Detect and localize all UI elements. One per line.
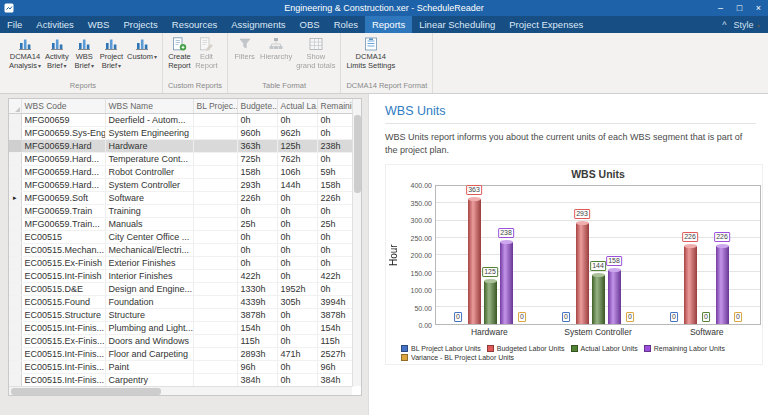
ribbon-button-label: Filters bbox=[234, 53, 254, 62]
ribbon-button-custom[interactable]: Custom▾ bbox=[125, 35, 159, 62]
ribbon-button-filters[interactable]: Filters bbox=[231, 35, 258, 62]
table-vertical-scrollbar[interactable] bbox=[352, 99, 361, 386]
cell: Training bbox=[105, 204, 193, 217]
table-row[interactable]: EC00515.D&EDesign and Engine...1330h1952… bbox=[9, 282, 353, 295]
table-row[interactable]: EC00515.Int-Finis...Paint96h0h96h bbox=[9, 360, 353, 373]
tab-wbs[interactable]: WBS bbox=[81, 16, 117, 33]
ribbon-button-wbs-brief[interactable]: WBSBrief▾ bbox=[71, 35, 98, 70]
column-header-wbs-name[interactable]: WBS Name bbox=[105, 99, 193, 113]
table-horizontal-scrollbar[interactable] bbox=[9, 386, 352, 395]
tab-obs[interactable]: OBS bbox=[293, 16, 327, 33]
column-header-actual-la[interactable]: Actual La... bbox=[277, 99, 317, 113]
table-row[interactable]: MFG00659Deerfield - Autom...0h0h0h bbox=[9, 113, 353, 126]
bar-bl-project-labor-units-system-controller: 0 bbox=[559, 186, 573, 324]
ribbon-button-activity-brief[interactable]: ActivityBrief▾ bbox=[43, 35, 71, 70]
wbs-units-chart: WBS Units Hour 0.0050.00100.00150.00200.… bbox=[385, 164, 763, 365]
table-row[interactable]: MFG00659.Hard...System Controller293h144… bbox=[9, 178, 353, 191]
ribbon-button-show-grand-totals[interactable]: Showgrand totals bbox=[294, 35, 337, 70]
cell bbox=[193, 191, 237, 204]
tab-project-expenses[interactable]: Project Expenses bbox=[502, 16, 590, 33]
maximize-button[interactable]: □ bbox=[730, 0, 749, 16]
table-row[interactable]: EC00515.Int-Finis...Carpentry384h0h384h bbox=[9, 373, 353, 386]
collapse-ribbon-icon[interactable]: ^ bbox=[722, 20, 726, 30]
table-row[interactable]: MFG00659.Hard...Robot Controller158h106h… bbox=[9, 165, 353, 178]
column-header-wbs-code[interactable]: WBS Code bbox=[21, 99, 105, 113]
ribbon-button-hierarchy[interactable]: Hierarchy bbox=[258, 35, 294, 62]
cell: 0h bbox=[277, 256, 317, 269]
table-row[interactable]: EC00515.Ex-Finis...Doors and Windows115h… bbox=[9, 334, 353, 347]
ribbon-button-edit-report[interactable]: EditReport bbox=[193, 35, 220, 70]
tab-roles[interactable]: Roles bbox=[327, 16, 365, 33]
menu-tabs: FileActivitiesWBSProjectsResourcesAssign… bbox=[0, 16, 590, 33]
table-row[interactable]: MFG00659.Hard...Temperature Cont...725h7… bbox=[9, 152, 353, 165]
horizontal-scroll-thumb[interactable] bbox=[11, 388, 161, 395]
table-row[interactable]: EC00515.Int-Finis...Floor and Carpeting2… bbox=[9, 347, 353, 360]
x-axis-label-hardware: Hardware bbox=[435, 327, 544, 337]
bar-remaining-labor-units-system-controller: 158 bbox=[607, 186, 621, 324]
cell: 0h bbox=[317, 113, 353, 126]
ribbon-button-project-brief[interactable]: ProjectBrief▾ bbox=[98, 35, 125, 70]
row-gutter bbox=[9, 165, 21, 178]
close-button[interactable]: × bbox=[749, 0, 768, 16]
style-label: Style bbox=[733, 20, 753, 30]
cell: 0h bbox=[237, 113, 277, 126]
table-row[interactable]: EC00515.Int-Finis...Plumbing and Light..… bbox=[9, 321, 353, 334]
ribbon-button-dcma14-analysis[interactable]: DCMA14Analysis▾ bbox=[7, 35, 43, 70]
table-row[interactable]: EC00515City Center Office ...0h0h0h bbox=[9, 230, 353, 243]
tab-assignments[interactable]: Assignments bbox=[224, 16, 292, 33]
table-row[interactable]: EC00515.Ex-FinishExterior Finishes0h0h0h bbox=[9, 256, 353, 269]
minimize-button[interactable]: – bbox=[711, 0, 730, 16]
column-header-bl-projec[interactable]: BL Projec... bbox=[193, 99, 237, 113]
table-row[interactable]: EC00515.Int-FinishInterior Finishes422h0… bbox=[9, 269, 353, 282]
tab-projects[interactable]: Projects bbox=[116, 16, 164, 33]
cell bbox=[193, 282, 237, 295]
table-row[interactable]: EC00515.FoundFoundation4339h305h3994h bbox=[9, 295, 353, 308]
cell: MFG00659.Hard... bbox=[21, 178, 105, 191]
table-row[interactable]: MFG00659.Train...Manuals25h0h25h bbox=[9, 217, 353, 230]
cell: 3878h bbox=[237, 308, 277, 321]
cell: 106h bbox=[277, 165, 317, 178]
cell: EC00515.Structure bbox=[21, 308, 105, 321]
cell: MFG00659.Soft bbox=[21, 191, 105, 204]
bar-cap bbox=[608, 268, 621, 272]
table-row[interactable]: MFG00659.Sys-EngSystem Engineering960h96… bbox=[9, 126, 353, 139]
tab-reports[interactable]: Reports bbox=[365, 16, 412, 33]
cell: 0h bbox=[277, 373, 317, 386]
chart-title: WBS Units bbox=[435, 168, 761, 180]
bar-actual-labor-units-system-controller: 144 bbox=[591, 186, 605, 324]
bar-shape bbox=[576, 223, 589, 324]
ribbon: DCMA14Analysis▾ActivityBrief▾WBSBrief▾Pr… bbox=[0, 33, 768, 94]
table-row[interactable]: EC00515.Mechan...Mechanical/Electri...0h… bbox=[9, 243, 353, 256]
y-tick-label: 100.00 bbox=[411, 287, 432, 294]
chevron-down-icon: ▾ bbox=[757, 23, 760, 29]
column-header-budgete[interactable]: Budgete... bbox=[237, 99, 277, 113]
bar-actual-labor-units-hardware: 125 bbox=[483, 186, 497, 324]
table-row[interactable]: MFG00659.TrainTraining0h0h0h bbox=[9, 204, 353, 217]
tab-linear-scheduling[interactable]: Linear Scheduling bbox=[412, 16, 502, 33]
table-row[interactable]: MFG00659.HardHardware363h125h238h bbox=[9, 139, 353, 152]
ribbon-button-label: Custom▾ bbox=[127, 53, 157, 62]
cell bbox=[193, 204, 237, 217]
cell: Design and Engine... bbox=[105, 282, 193, 295]
column-header-remainin[interactable]: Remainin... bbox=[317, 99, 353, 113]
bar-variance-bl-project-labor-units-system-controller: 0 bbox=[623, 186, 637, 324]
select-all-corner[interactable] bbox=[9, 99, 21, 113]
bar-group-software: 022602260 bbox=[652, 186, 760, 324]
table-row[interactable]: ▸MFG00659.SoftSoftware226h0h226h bbox=[9, 191, 353, 204]
tab-file[interactable]: File bbox=[0, 16, 29, 33]
vertical-scroll-thumb[interactable] bbox=[354, 115, 361, 193]
ribbon-group-table-format: FiltersHierarchyShowgrand totalsTable Fo… bbox=[228, 33, 341, 93]
cell: MFG00659 bbox=[21, 113, 105, 126]
cell: 226h bbox=[237, 191, 277, 204]
bar-remaining-labor-units-software: 226 bbox=[715, 186, 729, 324]
row-gutter bbox=[9, 308, 21, 321]
ribbon-button-create-report[interactable]: CreateReport bbox=[166, 35, 193, 70]
ribbon-button-dcma14-limits-settings[interactable]: DCMA14Limits Settings bbox=[344, 35, 397, 70]
y-axis-ticks: 0.0050.00100.00150.00200.00250.00300.003… bbox=[400, 185, 435, 325]
style-dropdown[interactable]: Style ▾ bbox=[733, 20, 760, 30]
tab-activities[interactable]: Activities bbox=[29, 16, 80, 33]
tab-resources[interactable]: Resources bbox=[165, 16, 224, 33]
row-gutter bbox=[9, 334, 21, 347]
table-row[interactable]: EC00515.StructureStructure3878h0h3878h bbox=[9, 308, 353, 321]
cell: MFG00659.Hard... bbox=[21, 165, 105, 178]
